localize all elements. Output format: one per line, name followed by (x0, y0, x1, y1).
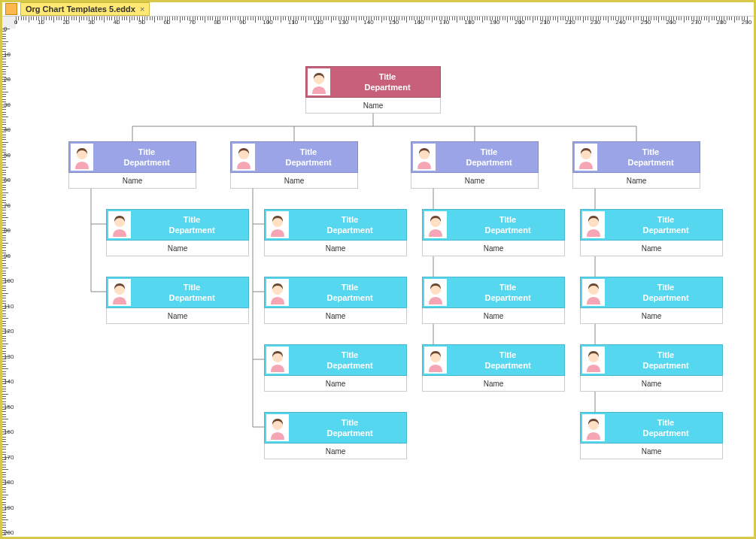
org-node-name: Name (264, 308, 407, 324)
avatar-icon (266, 414, 289, 441)
org-node[interactable]: Title Department Name (305, 66, 441, 114)
org-node-dept: Department (293, 360, 406, 371)
avatar-icon (582, 211, 605, 238)
org-node-title: Title (293, 350, 406, 360)
org-node-name: Name (580, 308, 723, 324)
org-node-dept: Department (293, 428, 406, 438)
avatar-icon (108, 279, 131, 306)
org-node-dept: Department (609, 225, 722, 235)
org-node-dept: Department (609, 428, 722, 438)
org-node[interactable]: Title Department Name (422, 344, 565, 392)
avatar-icon (108, 211, 131, 238)
org-node[interactable]: Title Department Name (264, 209, 407, 256)
org-node-header: Title Department (106, 277, 249, 308)
org-node-title: Title (293, 214, 406, 225)
org-node-title-block: Title Department (135, 282, 248, 303)
org-node-name: Name (106, 241, 249, 256)
org-node-dept: Department (451, 360, 564, 371)
org-node-name: Name (68, 173, 196, 189)
avatar-icon (424, 347, 447, 374)
org-node-title: Title (440, 147, 538, 157)
org-node-dept: Department (135, 225, 248, 235)
org-node-title: Title (260, 147, 357, 157)
org-node-title-block: Title Department (609, 350, 722, 371)
avatar-icon (582, 347, 605, 374)
app-window: Org Chart Templates 5.eddx × 01020304050… (0, 0, 756, 539)
org-node-title: Title (609, 282, 722, 292)
org-node[interactable]: Title Department Name (580, 344, 723, 392)
org-node[interactable]: Title Department Name (422, 277, 565, 324)
org-node[interactable]: Title Department Name (68, 141, 196, 189)
org-node-header: Title Department (230, 141, 358, 173)
org-node-header: Title Department (106, 209, 249, 241)
org-node-dept: Department (609, 360, 722, 371)
org-node-title-block: Title Department (135, 214, 248, 235)
org-node-header: Title Department (411, 141, 539, 173)
document-tab[interactable]: Org Chart Templates 5.eddx × (20, 2, 150, 16)
org-node[interactable]: Title Department Name (580, 209, 723, 256)
org-node[interactable]: Title Department Name (572, 141, 700, 189)
tab-close-icon[interactable]: × (140, 5, 144, 14)
vertical-ruler[interactable]: 0102030405060708090100110120130140150160… (2, 29, 17, 537)
org-node-title-block: Title Department (335, 71, 440, 92)
avatar-icon (413, 144, 436, 171)
org-node[interactable]: Title Department Name (264, 344, 407, 392)
org-node-title-block: Title Department (293, 350, 406, 371)
app-icon (5, 3, 17, 15)
org-node-header: Title Department (264, 209, 407, 241)
org-node-title: Title (602, 147, 700, 157)
org-node-header: Title Department (580, 344, 723, 376)
org-node[interactable]: Title Department Name (106, 209, 249, 256)
avatar-icon (266, 279, 289, 306)
org-node-title-block: Title Department (293, 282, 406, 303)
org-node-title-block: Title Department (451, 282, 564, 303)
org-node-title-block: Title Department (609, 282, 722, 303)
org-node-name: Name (580, 444, 723, 459)
org-node-title-block: Title Department (260, 147, 357, 168)
org-node-dept: Department (602, 157, 700, 168)
org-node-title: Title (609, 417, 722, 428)
org-node-name: Name (264, 376, 407, 392)
org-node-header: Title Department (68, 141, 196, 173)
org-node-dept: Department (135, 292, 248, 303)
org-node-header: Title Department (572, 141, 700, 173)
org-node-header: Title Department (580, 209, 723, 241)
org-node-header: Title Department (264, 277, 407, 308)
org-node-header: Title Department (422, 344, 565, 376)
org-node-name: Name (422, 308, 565, 324)
org-node[interactable]: Title Department Name (230, 141, 358, 189)
avatar-icon (424, 279, 447, 306)
org-node-title: Title (335, 71, 440, 82)
org-node-name: Name (572, 173, 700, 189)
org-node-header: Title Department (305, 66, 441, 98)
page[interactable]: Title Department Name Title Department N… (38, 29, 730, 539)
org-node-title-block: Title Department (440, 147, 538, 168)
org-node-title: Title (135, 214, 248, 225)
org-node[interactable]: Title Department Name (264, 277, 407, 324)
org-node[interactable]: Title Department Name (106, 277, 249, 324)
canvas[interactable]: Title Department Name Title Department N… (16, 29, 754, 537)
org-node-title: Title (451, 350, 564, 360)
org-node-name: Name (422, 241, 565, 256)
tab-bar: Org Chart Templates 5.eddx × (2, 2, 754, 17)
org-node[interactable]: Title Department Name (422, 209, 565, 256)
org-node-title-block: Title Department (98, 147, 196, 168)
org-node-title: Title (451, 282, 564, 292)
org-node[interactable]: Title Department Name (580, 277, 723, 324)
org-node-dept: Department (98, 157, 196, 168)
org-node-name: Name (305, 98, 441, 114)
org-node-header: Title Department (580, 277, 723, 308)
org-node[interactable]: Title Department Name (264, 412, 407, 459)
avatar-icon (424, 211, 447, 238)
org-node-dept: Department (451, 292, 564, 303)
horizontal-ruler[interactable]: 0102030405060708090100110120130140150160… (16, 17, 754, 29)
org-node-title: Title (293, 282, 406, 292)
org-node-name: Name (264, 241, 407, 256)
org-node-title: Title (609, 214, 722, 225)
org-node-header: Title Department (580, 412, 723, 444)
org-node-title-block: Title Department (609, 214, 722, 235)
org-node-name: Name (230, 173, 358, 189)
avatar-icon (266, 347, 289, 374)
org-node[interactable]: Title Department Name (411, 141, 539, 189)
org-node[interactable]: Title Department Name (580, 412, 723, 459)
